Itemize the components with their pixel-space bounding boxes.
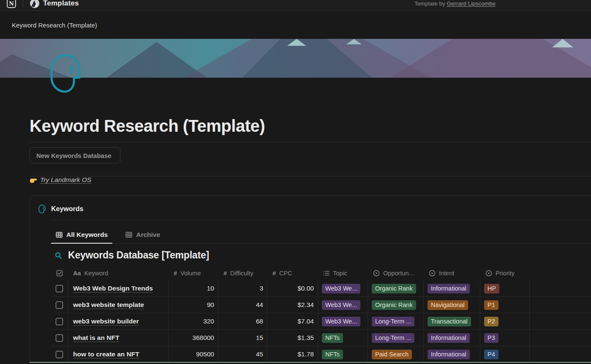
priority-tag: HP (484, 284, 499, 293)
topic-tag: Web3 We... (322, 317, 360, 326)
opportunity-cell[interactable]: Long-Term ... (368, 313, 424, 329)
opportunity-cell[interactable]: Organic Rank (368, 297, 424, 313)
number-property-icon: # (272, 270, 276, 277)
template-author-link[interactable]: Gerrard Lipscombe (447, 0, 496, 7)
empty-cell[interactable] (530, 297, 591, 313)
row-checkbox[interactable] (56, 285, 63, 292)
page-cover-image[interactable] (0, 39, 591, 78)
row-insert-indicator (30, 362, 591, 363)
intent-tag: Navigational (428, 300, 468, 310)
volume-cell[interactable]: 90500 (169, 346, 218, 362)
breadcrumb[interactable]: Keyword Research (Template) (12, 22, 97, 29)
priority-cell[interactable]: P3 (480, 330, 530, 346)
column-header-opportunity[interactable]: Opportun... (368, 266, 424, 280)
select-property-icon (373, 270, 380, 277)
column-header-keyword[interactable]: Aa Keyword (68, 266, 169, 280)
keyword-cell[interactable]: Web3 Web Design Trends (68, 280, 169, 296)
topic-cell[interactable]: Web3 We... (318, 280, 368, 296)
select-property-icon (485, 270, 492, 277)
topic-cell[interactable]: NFTs (318, 330, 368, 346)
notion-logo-icon[interactable]: N (7, 0, 16, 8)
intent-cell[interactable]: Informational (424, 330, 480, 346)
row-checkbox[interactable] (56, 302, 63, 309)
priority-tag: P1 (484, 300, 498, 310)
divider (30, 142, 591, 142)
keyword-cell[interactable]: web3 website template (68, 297, 169, 313)
opportunity-cell[interactable]: Long-Term ... (368, 330, 424, 346)
difficulty-cell[interactable]: 68 (218, 313, 267, 329)
topic-tag: NFTs (322, 350, 343, 359)
priority-cell[interactable]: HP (480, 280, 530, 296)
keywords-callout: Keywords All Keywords Archive (30, 196, 591, 364)
intent-tag: Informational (428, 350, 470, 359)
column-header-difficulty[interactable]: # Difficulty (218, 266, 267, 280)
priority-cell[interactable]: P1 (480, 297, 530, 313)
opportunity-tag: Organic Rank (372, 284, 416, 293)
difficulty-cell[interactable]: 44 (218, 297, 267, 313)
intent-cell[interactable]: Informational (424, 280, 480, 296)
empty-cell[interactable] (530, 330, 591, 346)
opportunity-tag: Long-Term ... (372, 317, 414, 326)
title-property-icon: Aa (73, 270, 81, 277)
topic-cell[interactable]: NFTs (318, 346, 368, 362)
empty-cell[interactable] (530, 346, 591, 362)
row-checkbox[interactable] (56, 351, 63, 358)
row-checkbox[interactable] (56, 318, 63, 325)
column-header-priority[interactable]: Priority (480, 266, 530, 280)
volume-cell[interactable]: 90 (169, 297, 218, 313)
number-property-icon: # (174, 270, 177, 277)
column-header-topic[interactable]: Topic (318, 266, 368, 280)
table-row: Web3 Web Design Trends 10 3 $0.00 Web3 W… (51, 280, 591, 297)
priority-tag: P2 (484, 317, 498, 326)
column-header-volume[interactable]: # Volume (169, 266, 218, 280)
cpc-cell[interactable]: $0.00 (267, 280, 318, 296)
tab-label: Archive (136, 231, 160, 239)
empty-cell[interactable] (530, 280, 591, 296)
brand-title[interactable]: Templates (43, 0, 79, 8)
priority-cell[interactable]: P2 (480, 313, 530, 329)
topic-tag: Web3 We... (322, 300, 360, 310)
tab-archive[interactable]: Archive (121, 226, 165, 243)
keyword-cell[interactable]: how to create an NFT (68, 346, 169, 362)
page-title: Keyword Research (Template) (30, 117, 265, 136)
opportunity-cell[interactable]: Paid Search (368, 346, 424, 362)
keyword-cell[interactable]: what is an NFT (68, 330, 169, 346)
keyword-cell[interactable]: web3 website builder (68, 313, 169, 329)
intent-cell[interactable]: Navigational (424, 297, 480, 313)
top-navigation-bar: N Templates Template by Gerrard Lipscomb… (0, 0, 591, 11)
topic-cell[interactable]: Web3 We... (318, 297, 368, 313)
select-all-checkbox[interactable] (51, 266, 68, 280)
table-header-row: Aa Keyword # Volume # Difficulty # CPC (51, 266, 591, 280)
column-header-cpc[interactable]: # CPC (267, 266, 318, 280)
table-view-icon (56, 231, 63, 238)
try-landmark-os-link[interactable]: Try Landmark OS (40, 176, 91, 184)
volume-cell[interactable]: 10 (169, 280, 218, 296)
number-property-icon: # (223, 270, 227, 277)
intent-cell[interactable]: Informational (424, 346, 480, 362)
tab-all-keywords[interactable]: All Keywords (51, 226, 112, 244)
topic-cell[interactable]: Web3 We... (318, 313, 368, 329)
cpc-cell[interactable]: $7.04 (267, 313, 318, 329)
column-header-intent[interactable]: Intent (424, 266, 480, 280)
templates-logo-icon[interactable] (30, 0, 39, 8)
priority-cell[interactable]: P4 (480, 346, 530, 362)
database-title[interactable]: Keywords Database [Template] (68, 250, 209, 261)
empty-cell[interactable] (530, 313, 591, 329)
difficulty-cell[interactable]: 15 (218, 330, 267, 346)
new-keywords-database-button[interactable]: New Keywords Database (30, 147, 120, 163)
table-row: web3 website template 90 44 $2.34 Web3 W… (51, 297, 591, 313)
cpc-cell[interactable]: $1.78 (267, 346, 318, 362)
multi-select-property-icon (323, 270, 330, 276)
difficulty-cell[interactable]: 3 (218, 280, 267, 296)
row-checkbox[interactable] (56, 334, 63, 342)
page-logo-icon[interactable] (49, 54, 82, 93)
opportunity-cell[interactable]: Organic Rank (368, 280, 424, 296)
cpc-cell[interactable]: $1.35 (267, 330, 318, 346)
volume-cell[interactable]: 320 (169, 313, 218, 329)
volume-cell[interactable]: 368000 (169, 330, 218, 346)
intent-cell[interactable]: Transactional (424, 313, 480, 329)
table-view-icon (125, 231, 132, 238)
priority-tag: P3 (484, 333, 498, 343)
difficulty-cell[interactable]: 45 (218, 346, 267, 362)
cpc-cell[interactable]: $2.34 (267, 297, 318, 313)
